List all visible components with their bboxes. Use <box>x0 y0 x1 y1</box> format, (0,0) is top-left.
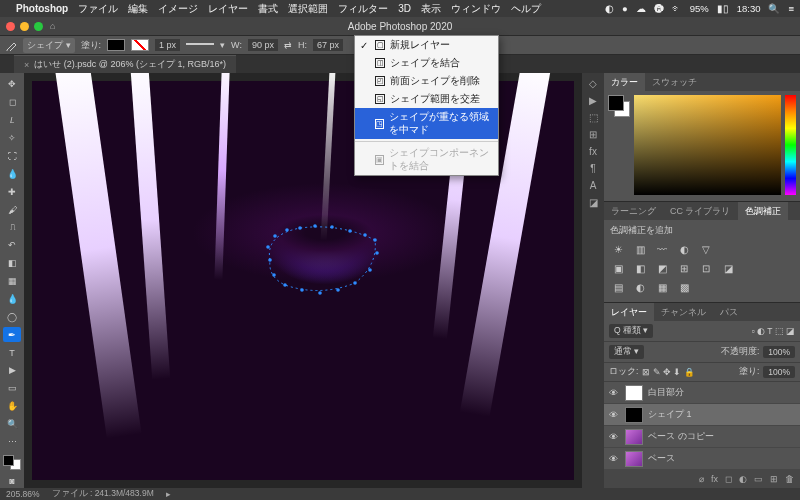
blur-tool[interactable]: 💧 <box>3 292 21 307</box>
path-select-tool[interactable]: ▶ <box>3 363 21 378</box>
active-shape-path[interactable] <box>260 225 380 295</box>
visibility-icon[interactable]: 👁 <box>609 388 620 398</box>
move-tool[interactable]: ✥ <box>3 77 21 92</box>
menu-layer[interactable]: レイヤー <box>208 2 248 16</box>
menu-3d[interactable]: 3D <box>398 3 411 14</box>
menu-combine[interactable]: ◫シェイプを結合 <box>355 54 498 72</box>
fill-swatch[interactable] <box>107 39 125 51</box>
crop-tool[interactable]: ⛶ <box>3 149 21 164</box>
tab-learning[interactable]: ラーニング <box>604 202 663 221</box>
visibility-icon[interactable]: 👁 <box>609 432 620 442</box>
layer-row[interactable]: 👁 白目部分 <box>604 382 800 404</box>
menu-view[interactable]: 表示 <box>421 2 441 16</box>
zoom-button[interactable] <box>34 22 43 31</box>
panel-icon[interactable]: ¶ <box>590 163 595 174</box>
adj-posterize-icon[interactable]: ▤ <box>610 280 626 294</box>
menu-icon[interactable]: ≡ <box>788 3 794 14</box>
panel-icon[interactable]: ⬚ <box>589 112 598 123</box>
status-icon[interactable]: ☁ <box>636 3 646 14</box>
menu-select[interactable]: 選択範囲 <box>288 2 328 16</box>
adj-levels-icon[interactable]: ▥ <box>632 242 648 256</box>
layer-thumb[interactable] <box>625 407 643 423</box>
tab-adjustments[interactable]: 色調補正 <box>738 202 788 221</box>
app-menu[interactable]: Photoshop <box>16 3 68 14</box>
gradient-tool[interactable]: ▦ <box>3 274 21 289</box>
tab-layers[interactable]: レイヤー <box>604 303 654 322</box>
layer-thumb[interactable] <box>625 385 643 401</box>
zoom-tool[interactable]: 🔍 <box>3 417 21 432</box>
status-icon[interactable]: 🅐 <box>654 3 664 14</box>
hue-slider[interactable] <box>785 95 796 195</box>
eraser-tool[interactable]: ◧ <box>3 256 21 271</box>
blend-mode[interactable]: 通常 ▾ <box>609 345 644 359</box>
lasso-tool[interactable]: 𝘓 <box>3 113 21 128</box>
layer-row[interactable]: 👁 ベース <box>604 448 800 470</box>
adj-invert-icon[interactable]: ◪ <box>720 261 736 275</box>
color-swatches[interactable] <box>3 455 21 470</box>
opacity-input[interactable]: 100% <box>763 346 795 358</box>
menu-filter[interactable]: フィルター <box>338 2 388 16</box>
layer-thumb[interactable] <box>625 429 643 445</box>
status-icon[interactable]: ◐ <box>605 3 614 14</box>
fx-icon[interactable]: fx <box>711 474 718 484</box>
panel-icon[interactable]: ⊞ <box>589 129 597 140</box>
home-icon[interactable]: ⌂ <box>50 21 55 31</box>
adj-gradient-icon[interactable]: ▦ <box>654 280 670 294</box>
document-tab[interactable]: × はいせ (2).psdc @ 206% (シェイプ 1, RGB/16*) <box>14 55 236 73</box>
visibility-icon[interactable]: 👁 <box>609 454 620 464</box>
dodge-tool[interactable]: ◯ <box>3 309 21 324</box>
minimize-button[interactable] <box>20 22 29 31</box>
close-button[interactable] <box>6 22 15 31</box>
traffic-lights[interactable] <box>6 22 43 31</box>
menu-type[interactable]: 書式 <box>258 2 278 16</box>
clock[interactable]: 18:30 <box>737 3 761 14</box>
stroke-width-input[interactable]: 1 px <box>155 39 180 51</box>
shape-tool[interactable]: ▭ <box>3 381 21 396</box>
adj-selective-icon[interactable]: ▩ <box>676 280 692 294</box>
menu-file[interactable]: ファイル <box>78 2 118 16</box>
adj-lookup-icon[interactable]: ⊡ <box>698 261 714 275</box>
status-icon[interactable]: ● <box>622 3 628 14</box>
history-brush-tool[interactable]: ↶ <box>3 238 21 253</box>
link-layers-icon[interactable]: ⌀ <box>699 474 704 484</box>
menu-subtract[interactable]: ◰前面シェイプを削除 <box>355 72 498 90</box>
menu-image[interactable]: イメージ <box>158 2 198 16</box>
stamp-tool[interactable]: ⎍ <box>3 220 21 235</box>
history-panel-icon[interactable]: ▶ <box>589 95 597 106</box>
adj-exposure-icon[interactable]: ◐ <box>676 242 692 256</box>
layer-row[interactable]: 👁 ベース のコピー <box>604 426 800 448</box>
width-input[interactable]: 90 px <box>248 39 278 51</box>
hand-tool[interactable]: ✋ <box>3 399 21 414</box>
lock-icons[interactable]: ⊠ ✎ ✥ ⬇ 🔒 <box>642 367 694 377</box>
adj-vibrance-icon[interactable]: ▽ <box>698 242 714 256</box>
mask-icon[interactable]: ◻ <box>725 474 732 484</box>
doc-size[interactable]: ファイル : 241.3M/483.9M <box>52 488 154 500</box>
tab-color[interactable]: カラー <box>604 73 645 92</box>
edit-toolbar[interactable]: ⋯ <box>3 435 21 450</box>
visibility-icon[interactable]: 👁 <box>609 410 620 420</box>
adj-photo-filter-icon[interactable]: ◩ <box>654 261 670 275</box>
menu-new-layer[interactable]: ▢新規レイヤー <box>355 36 498 54</box>
menu-edit[interactable]: 編集 <box>128 2 148 16</box>
adj-layer-icon[interactable]: ◐ <box>739 474 747 484</box>
layer-filter[interactable]: Q 種類 ▾ <box>609 324 653 338</box>
fgbg-swatch[interactable] <box>608 95 630 117</box>
menu-exclude[interactable]: ◳シェイプが重なる領域を中マド <box>355 108 498 139</box>
menu-intersect[interactable]: ◱シェイプ範囲を交差 <box>355 90 498 108</box>
close-tab-icon[interactable]: × <box>24 60 29 70</box>
wand-tool[interactable]: ✧ <box>3 131 21 146</box>
tab-swatches[interactable]: スウォッチ <box>645 73 704 92</box>
link-icon[interactable]: ⇄ <box>284 40 292 50</box>
adj-mixer-icon[interactable]: ⊞ <box>676 261 692 275</box>
layer-row[interactable]: 👁 シェイプ 1 <box>604 404 800 426</box>
wifi-icon[interactable]: ᯤ <box>672 3 682 14</box>
tab-channels[interactable]: チャンネル <box>654 303 713 322</box>
height-input[interactable]: 67 px <box>313 39 343 51</box>
color-field[interactable] <box>634 95 781 195</box>
adj-threshold-icon[interactable]: ◐ <box>632 280 648 294</box>
marquee-tool[interactable]: ◻ <box>3 95 21 110</box>
zoom-level[interactable]: 205.86% <box>6 489 40 499</box>
tab-cclib[interactable]: CC ライブラリ <box>663 202 738 221</box>
tab-paths[interactable]: パス <box>713 303 745 322</box>
new-layer-icon[interactable]: ⊞ <box>770 474 778 484</box>
